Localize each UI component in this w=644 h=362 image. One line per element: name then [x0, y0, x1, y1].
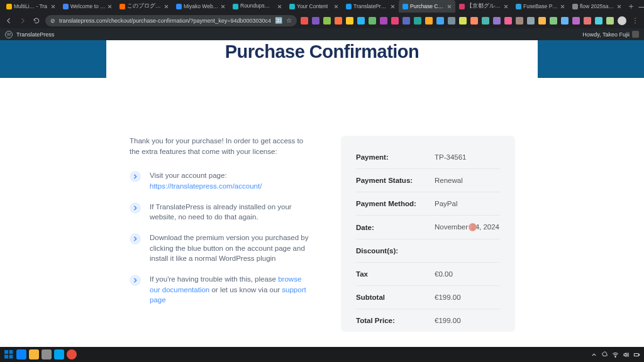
taskbar-app[interactable] [54, 349, 64, 359]
steps-list: Visit your account page: https://transla… [130, 170, 312, 305]
svg-point-1 [635, 20, 636, 21]
close-tab-icon[interactable] [51, 4, 55, 9]
favicon [459, 4, 465, 9]
close-tab-icon[interactable] [504, 4, 508, 9]
extension-icon[interactable] [369, 17, 376, 25]
wp-logo-icon[interactable] [5, 31, 13, 38]
extension-icon[interactable] [459, 17, 467, 25]
wifi-icon[interactable] [612, 351, 619, 358]
browser-tab[interactable]: flow 2025san… [569, 0, 625, 13]
forward-button[interactable] [18, 16, 28, 26]
wp-howdy-text: Howdy, Takeo Fujii [582, 31, 630, 38]
extension-icon[interactable] [584, 17, 591, 25]
extension-icon[interactable] [425, 17, 433, 25]
extension-icon[interactable] [550, 17, 557, 25]
tab-title: TranslatePress… [353, 3, 389, 9]
extension-icon[interactable] [470, 17, 478, 25]
profile-avatar[interactable] [618, 16, 626, 25]
address-bar[interactable]: ⊘ 🈁 ☆ [45, 15, 297, 26]
extension-icon[interactable] [357, 17, 365, 25]
extension-icon[interactable] [595, 17, 602, 25]
extension-icon[interactable] [572, 17, 580, 25]
extension-icon[interactable] [414, 17, 421, 25]
favicon [516, 4, 521, 9]
extension-icon[interactable] [402, 17, 410, 25]
extension-icon[interactable] [301, 17, 308, 25]
extension-icon[interactable] [527, 17, 535, 25]
summary-label: Tax [356, 270, 435, 278]
svg-point-0 [635, 18, 636, 19]
battery-icon[interactable] [633, 351, 640, 358]
site-info-icon[interactable]: ⊘ [50, 18, 55, 24]
extension-icon[interactable] [538, 17, 546, 25]
extension-icon[interactable] [606, 17, 614, 25]
chrome-menu-button[interactable] [630, 16, 640, 26]
step-text: Download the premium version you purchas… [150, 233, 312, 264]
tab-title: Miyako Web A… [184, 3, 219, 9]
step-text: Visit your account page: https://transla… [150, 170, 312, 191]
extension-icon[interactable] [493, 17, 501, 25]
reload-button[interactable] [31, 16, 42, 26]
step-link[interactable]: https://translatepress.com/account/ [150, 182, 262, 190]
taskbar-app[interactable] [42, 349, 52, 359]
favicon [572, 4, 578, 9]
extension-icon[interactable] [323, 17, 331, 25]
browser-tab[interactable]: Purchase Conf… [399, 0, 455, 13]
wp-site-name[interactable]: TranslatePress [16, 31, 54, 38]
tray-up-icon[interactable] [591, 351, 597, 358]
browser-tab[interactable]: このブログは最… [116, 0, 172, 13]
browser-tab[interactable]: Roundupsの作… [229, 0, 286, 13]
wp-howdy[interactable]: Howdy, Takeo Fujii [582, 31, 639, 38]
browser-tab[interactable]: Welcome to D… [59, 0, 116, 13]
start-button[interactable] [4, 349, 14, 359]
back-button[interactable] [4, 16, 14, 26]
minimize-button[interactable]: — [636, 0, 644, 13]
browser-tab[interactable]: MultiLi… - Tra [3, 0, 59, 13]
svg-rect-6 [9, 355, 13, 359]
extension-icon[interactable] [516, 17, 523, 25]
extension-icon[interactable] [346, 17, 353, 25]
taskbar-app[interactable] [29, 349, 39, 359]
page-viewport: Purchase Confirmation Thank you for your… [0, 40, 644, 347]
step-link[interactable]: browse our documentation [150, 275, 301, 293]
extension-icon[interactable] [335, 17, 342, 25]
extension-icon[interactable] [482, 17, 489, 25]
extension-icon[interactable] [504, 17, 512, 25]
taskbar-app[interactable] [16, 349, 26, 359]
svg-point-2 [635, 23, 636, 24]
close-tab-icon[interactable] [221, 4, 225, 9]
extension-icon[interactable] [380, 17, 387, 25]
close-tab-icon[interactable] [108, 4, 112, 9]
close-tab-icon[interactable] [334, 4, 338, 9]
system-tray[interactable] [591, 351, 640, 358]
taskbar-app[interactable] [67, 349, 77, 359]
browser-tab[interactable]: Your Content [286, 0, 342, 13]
browser-tab[interactable]: FuseBase Pro… [512, 0, 569, 13]
extension-icon[interactable] [448, 17, 455, 25]
extension-icon[interactable] [391, 17, 399, 25]
close-tab-icon[interactable] [447, 4, 452, 9]
volume-icon[interactable] [623, 351, 630, 358]
extension-icon[interactable] [436, 17, 444, 25]
browser-tab[interactable]: Miyako Web A… [172, 0, 229, 13]
close-tab-icon[interactable] [391, 4, 395, 9]
close-tab-icon[interactable] [277, 4, 282, 9]
browser-tab[interactable]: 【京都グルメ】京… [455, 0, 512, 13]
browser-chrome: MultiLi… - TraWelcome to D…このブログは最…Miyak… [0, 0, 644, 40]
bookmark-icon[interactable]: ☆ [286, 17, 292, 24]
extension-icon[interactable] [561, 17, 569, 25]
close-tab-icon[interactable] [164, 4, 169, 9]
summary-label: Payment Method: [356, 200, 435, 207]
url-input[interactable] [59, 18, 271, 24]
browser-tab[interactable]: TranslatePress… [342, 0, 399, 13]
new-tab-button[interactable]: ＋ [625, 1, 636, 13]
extension-icon[interactable] [312, 17, 319, 25]
favicon [289, 4, 295, 9]
close-tab-icon[interactable] [617, 4, 621, 9]
cloud-icon[interactable] [601, 351, 608, 358]
svg-rect-8 [634, 353, 638, 356]
step-item: If TranslatePress is already installed o… [130, 202, 312, 222]
summary-column: Payment:TP-34561Payment Status:RenewalPa… [341, 136, 515, 332]
translate-icon[interactable]: 🈁 [275, 17, 282, 24]
close-tab-icon[interactable] [560, 4, 565, 9]
